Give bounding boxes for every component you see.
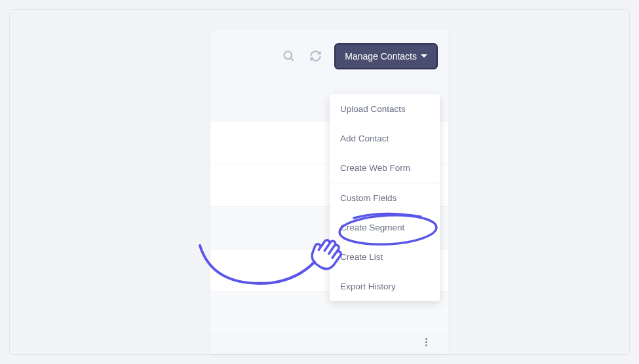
menu-item-upload-contacts[interactable]: Upload Contacts [330,94,440,124]
menu-item-add-contact[interactable]: Add Contact [330,124,440,153]
svg-line-1 [291,58,294,60]
chevron-down-icon [421,54,427,58]
app-frame: Manage Contacts Upload Contacts Add Cont… [9,9,630,355]
toolbar: Manage Contacts [210,30,448,82]
search-icon[interactable] [282,49,296,64]
content-panel: Manage Contacts Upload Contacts Add Cont… [210,30,448,354]
menu-item-export-history[interactable]: Export History [330,272,440,301]
menu-item-create-web-form[interactable]: Create Web Form [330,153,440,183]
more-vertical-icon[interactable] [425,338,427,346]
more-row [210,329,448,354]
menu-item-custom-fields[interactable]: Custom Fields [330,183,440,213]
menu-item-create-segment[interactable]: Create Segment [330,213,440,242]
refresh-icon[interactable] [308,49,322,64]
manage-contacts-button[interactable]: Manage Contacts [334,43,438,69]
menu-item-create-list[interactable]: Create List [330,242,440,272]
manage-contacts-dropdown: Upload Contacts Add Contact Create Web F… [330,94,440,301]
svg-point-0 [284,51,292,59]
manage-contacts-label: Manage Contacts [345,51,417,62]
